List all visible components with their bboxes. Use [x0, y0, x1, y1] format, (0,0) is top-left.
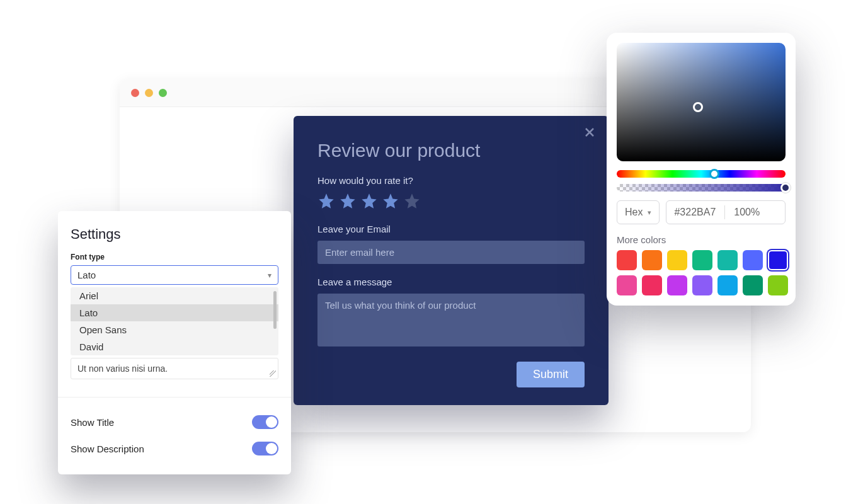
- opacity-value: 100%: [734, 207, 760, 218]
- divider: [58, 397, 291, 398]
- window-maximize-dot[interactable]: [159, 89, 167, 97]
- message-textarea[interactable]: [317, 294, 585, 346]
- more-colors-label: More colors: [617, 234, 786, 245]
- star-icon[interactable]: [317, 192, 335, 210]
- show-title-label: Show Title: [71, 417, 114, 428]
- color-swatch[interactable]: [667, 275, 687, 295]
- email-input[interactable]: [317, 241, 585, 264]
- submit-button[interactable]: Submit: [517, 362, 585, 387]
- color-picker-panel: Hex ▾ #322BA7 100% More colors: [607, 33, 796, 306]
- description-textarea[interactable]: Ut non varius nisi urna.: [71, 358, 278, 379]
- color-swatch[interactable]: [617, 250, 637, 270]
- color-swatch[interactable]: [617, 275, 637, 295]
- email-label: Leave your Email: [317, 224, 585, 234]
- color-swatch[interactable]: [692, 275, 712, 295]
- font-select-value: Lato: [77, 270, 96, 280]
- color-format-value: Hex: [625, 207, 643, 218]
- settings-panel: Settings Font type Lato ▾ ArielLatoOpen …: [58, 211, 291, 474]
- review-title: Review our product: [317, 140, 585, 161]
- alpha-slider[interactable]: [617, 184, 786, 192]
- gradient-cursor[interactable]: [693, 102, 703, 112]
- show-title-toggle[interactable]: [252, 415, 278, 429]
- color-swatch[interactable]: [642, 250, 662, 270]
- alpha-slider-handle[interactable]: [780, 183, 791, 193]
- chevron-down-icon: ▾: [648, 209, 651, 217]
- font-option[interactable]: Ariel: [71, 287, 278, 304]
- color-swatch[interactable]: [768, 250, 788, 270]
- chevron-down-icon: ▾: [268, 271, 271, 280]
- star-icon[interactable]: [403, 192, 421, 210]
- star-icon[interactable]: [339, 192, 357, 210]
- color-swatch[interactable]: [717, 250, 738, 270]
- show-description-toggle[interactable]: [252, 442, 278, 455]
- window-close-dot[interactable]: [131, 89, 139, 97]
- hue-slider-handle[interactable]: [709, 169, 719, 179]
- rate-label: How would you rate it?: [317, 175, 585, 186]
- font-option[interactable]: David: [71, 338, 278, 355]
- hex-value: #322BA7: [674, 207, 716, 218]
- dropdown-scrollbar[interactable]: [273, 291, 277, 329]
- color-swatch[interactable]: [743, 250, 763, 270]
- window-minimize-dot[interactable]: [145, 89, 153, 97]
- color-swatch[interactable]: [642, 275, 662, 295]
- message-label: Leave a message: [317, 277, 585, 287]
- color-format-select[interactable]: Hex ▾: [617, 200, 660, 224]
- resize-handle-icon[interactable]: [270, 370, 276, 377]
- color-swatches: [617, 250, 786, 295]
- star-icon[interactable]: [360, 192, 378, 210]
- font-type-label: Font type: [71, 253, 278, 261]
- color-swatch[interactable]: [743, 275, 763, 295]
- font-dropdown: ArielLatoOpen SansDavid: [71, 287, 278, 355]
- color-swatch[interactable]: [667, 250, 687, 270]
- star-icon[interactable]: [382, 192, 399, 210]
- show-description-label: Show Description: [71, 444, 144, 454]
- color-value-box[interactable]: #322BA7 100%: [666, 200, 786, 224]
- settings-title: Settings: [71, 226, 278, 243]
- hue-slider[interactable]: [617, 170, 786, 178]
- star-rating[interactable]: [317, 192, 585, 210]
- close-icon[interactable]: [582, 125, 597, 140]
- color-swatch[interactable]: [768, 275, 788, 295]
- review-modal: Review our product How would you rate it…: [294, 116, 609, 405]
- color-swatch[interactable]: [692, 250, 712, 270]
- color-swatch[interactable]: [717, 275, 738, 295]
- font-option[interactable]: Open Sans: [71, 321, 278, 338]
- value-divider: [724, 205, 725, 219]
- font-option[interactable]: Lato: [71, 304, 278, 321]
- color-gradient-field[interactable]: [617, 43, 786, 161]
- font-select[interactable]: Lato ▾: [71, 265, 278, 285]
